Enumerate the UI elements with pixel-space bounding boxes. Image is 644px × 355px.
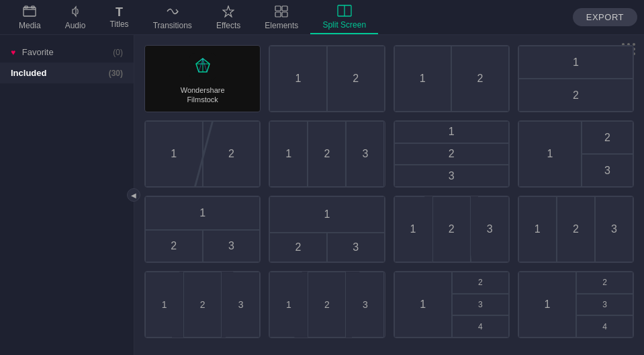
- cell-2: 2: [203, 121, 261, 187]
- nav-transitions[interactable]: Transitions: [141, 0, 204, 34]
- cell-3: 3: [327, 233, 385, 262]
- cell-1: 1: [394, 272, 453, 338]
- cell-4: 4: [576, 315, 633, 338]
- nav-effects-label: Effects: [216, 22, 240, 30]
- cell-1: 1: [518, 46, 633, 79]
- nav-titles[interactable]: T Titles: [97, 0, 140, 34]
- top-navigation: Media Audio T Titles Transitions Effect: [0, 0, 644, 35]
- cell-2: 2: [432, 196, 471, 262]
- cell-1: 1: [518, 121, 582, 187]
- wondershare-logo: [189, 53, 216, 80]
- cell-3: 3: [346, 272, 384, 338]
- cell-3: 3: [582, 154, 633, 187]
- split-layout-diag3b[interactable]: 1 2 3: [518, 196, 634, 263]
- wondershare-card[interactable]: WondershareFilmstock: [144, 45, 261, 112]
- cell-2: 2: [576, 272, 633, 294]
- split-layout-diag3[interactable]: 1 2 3: [394, 196, 510, 263]
- sidebar: ♥ Favorite (0) Included (30) ◀: [0, 35, 134, 355]
- svg-rect-4: [275, 6, 281, 11]
- cell-3: 3: [471, 196, 509, 262]
- split-layout-2h-v2[interactable]: 1 2: [394, 45, 510, 112]
- nav-media-label: Media: [19, 22, 41, 30]
- cell-2: 2: [518, 79, 633, 112]
- main-layout: ♥ Favorite (0) Included (30) ◀: [0, 35, 644, 355]
- cell-3: 3: [394, 165, 509, 187]
- split-layout-1l2r[interactable]: 1 2 3: [518, 120, 634, 188]
- cell-1: 1: [394, 46, 452, 112]
- sidebar-included-count: (30): [109, 69, 123, 78]
- split-layout-1l4r[interactable]: 1 2 3 4: [394, 271, 510, 338]
- nav-media[interactable]: Media: [7, 0, 53, 34]
- nav-audio-label: Audio: [65, 22, 86, 30]
- cell-2: 2: [452, 272, 509, 294]
- sidebar-included-label: Included: [11, 68, 46, 78]
- audio-icon: [69, 5, 81, 19]
- split-layout-big-stacked[interactable]: 1 2 3 4: [518, 271, 634, 338]
- heart-icon: ♥: [11, 48, 15, 57]
- cell-2: 2: [451, 46, 509, 112]
- cell-1: 1: [518, 272, 577, 338]
- split-layout-big1sm2[interactable]: 1 2 3: [269, 196, 385, 263]
- svg-rect-7: [282, 12, 287, 17]
- cell-1: 1: [394, 121, 509, 143]
- media-icon: [23, 5, 36, 19]
- sidebar-item-favorite[interactable]: ♥ Favorite (0): [0, 42, 134, 63]
- cell-1: 1: [269, 46, 327, 112]
- cell-3: 3: [222, 272, 260, 338]
- split-layout-1t2b[interactable]: 1 2 3: [144, 196, 261, 263]
- split-layout-2v[interactable]: 1 2: [518, 45, 634, 112]
- sidebar-favorite-count: (0): [113, 48, 123, 57]
- cell-3: 3: [595, 196, 633, 262]
- transitions-icon: [166, 5, 179, 19]
- split-layout-diag2[interactable]: 1 2: [144, 120, 261, 188]
- split-layout-3h[interactable]: 1 2 3: [269, 120, 385, 188]
- cell-2: 2: [183, 272, 222, 338]
- split-layout-diag3d[interactable]: 1 2 3: [269, 271, 385, 338]
- cell-1: 1: [518, 196, 557, 262]
- cell-1: 1: [269, 196, 384, 233]
- cell-2: 2: [308, 121, 346, 187]
- svg-rect-6: [275, 12, 281, 17]
- cell-3: 3: [203, 230, 261, 262]
- split-layout-3v[interactable]: 1 2 3: [394, 120, 510, 188]
- effects-icon: [222, 5, 234, 19]
- export-button[interactable]: EXPORT: [573, 8, 637, 26]
- nav-split-screen-label: Split Screen: [322, 21, 366, 29]
- cell-2: 2: [394, 143, 509, 165]
- cell-4: 4: [452, 315, 509, 338]
- nav-audio[interactable]: Audio: [53, 0, 98, 34]
- nav-split-screen[interactable]: Split Screen: [310, 0, 378, 34]
- nav-titles-label: Titles: [109, 20, 128, 28]
- cell-1: 1: [269, 272, 308, 338]
- cell-2: 2: [557, 196, 595, 262]
- cell-2: 2: [327, 46, 385, 112]
- cell-3: 3: [576, 294, 633, 316]
- wondershare-label: WondershareFilmstock: [181, 85, 225, 105]
- cell-1: 1: [394, 196, 432, 262]
- split-layout-2h[interactable]: 1 2: [269, 45, 385, 112]
- titles-icon: T: [116, 6, 123, 18]
- cell-1: 1: [145, 272, 183, 338]
- cell-2: 2: [308, 272, 346, 338]
- sidebar-favorite-label: ♥ Favorite: [11, 47, 54, 57]
- sidebar-item-included[interactable]: Included (30): [0, 63, 134, 83]
- nav-effects[interactable]: Effects: [204, 0, 252, 34]
- cell-1: 1: [145, 121, 203, 187]
- sidebar-collapse-button[interactable]: ◀: [127, 188, 140, 202]
- cell-2: 2: [145, 230, 203, 262]
- svg-rect-5: [282, 6, 287, 11]
- cell-3: 3: [452, 294, 509, 316]
- elements-icon: [275, 5, 288, 19]
- nav-elements-label: Elements: [265, 22, 298, 30]
- svg-rect-0: [24, 7, 36, 16]
- cell-2: 2: [269, 233, 327, 262]
- split-screen-icon: [337, 5, 352, 19]
- nav-elements[interactable]: Elements: [252, 0, 310, 34]
- svg-marker-3: [223, 6, 234, 17]
- split-layout-diag3c[interactable]: 1 2 3: [144, 271, 261, 338]
- cell-3: 3: [346, 121, 384, 187]
- split-screen-grid: WondershareFilmstock 1 2 1 2 1: [144, 45, 634, 338]
- content-area[interactable]: WondershareFilmstock 1 2 1 2 1: [134, 35, 644, 355]
- cell-1: 1: [145, 196, 260, 230]
- cell-2: 2: [582, 121, 633, 154]
